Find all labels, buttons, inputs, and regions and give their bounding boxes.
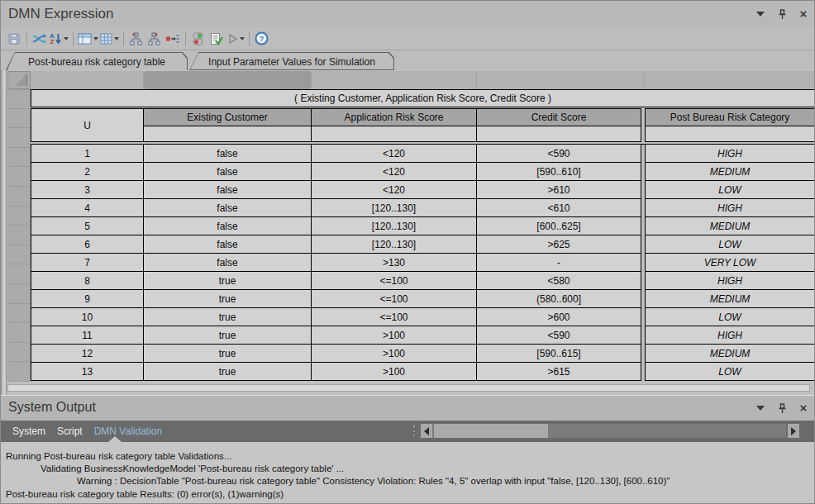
rule-input-cell[interactable]: <120 <box>312 145 477 163</box>
rule-output-cell[interactable]: LOW <box>645 181 815 199</box>
rule-input-cell[interactable]: >625 <box>477 235 641 254</box>
scrollbar-thumb[interactable] <box>434 424 548 438</box>
row-header-cell[interactable] <box>7 167 31 187</box>
column-header[interactable]: Post Bureau Risk Category <box>645 108 815 126</box>
row-header-cell[interactable] <box>7 109 31 129</box>
rule-input-cell[interactable]: [120..130] <box>312 199 477 217</box>
rule-input-cell[interactable]: <590 <box>477 145 641 163</box>
scroll-right-button[interactable] <box>788 424 799 438</box>
rule-number-cell[interactable]: 1 <box>31 145 144 163</box>
row-header-cell[interactable] <box>7 284 31 304</box>
row-header-cell[interactable] <box>7 128 31 148</box>
menu-down-icon[interactable] <box>755 8 766 20</box>
rule-input-cell[interactable]: >130 <box>312 254 477 272</box>
grid-style-button[interactable] <box>99 30 120 48</box>
scrollbar-grip[interactable] <box>413 426 416 436</box>
rule-input-cell[interactable]: <590 <box>477 326 641 345</box>
column-header[interactable]: Credit Score <box>477 108 641 126</box>
rule-input-cell[interactable]: <610 <box>477 199 641 217</box>
rule-number-cell[interactable]: 2 <box>31 163 144 181</box>
save-button[interactable] <box>5 30 23 48</box>
rule-output-cell[interactable]: MEDIUM <box>645 163 815 181</box>
row-header-cell[interactable] <box>7 187 31 207</box>
row-header-cell[interactable] <box>7 89 31 109</box>
rule-number-cell[interactable]: 11 <box>31 326 144 345</box>
rule-output-cell[interactable]: HIGH <box>645 199 815 217</box>
rule-output-cell[interactable]: HIGH <box>645 326 815 345</box>
row-header-cell[interactable] <box>7 264 31 284</box>
rule-output-cell[interactable]: MEDIUM <box>645 217 815 235</box>
rule-input-cell[interactable]: [590..610] <box>477 163 641 181</box>
row-header-cell[interactable] <box>7 362 31 382</box>
rule-input-cell[interactable]: true <box>144 272 312 290</box>
rule-number-cell[interactable]: 3 <box>31 181 144 199</box>
rule-output-cell[interactable]: VERY LOW <box>645 254 815 272</box>
allowed-values-cell[interactable] <box>312 126 477 142</box>
pin-icon[interactable] <box>776 8 788 20</box>
rule-input-cell[interactable]: false <box>144 217 312 235</box>
row-header-cell[interactable] <box>7 207 31 226</box>
rule-input-cell[interactable]: [590..615] <box>477 345 641 363</box>
rule-number-cell[interactable]: 12 <box>31 345 144 363</box>
row-header-cell[interactable] <box>7 148 31 168</box>
row-header-cell[interactable] <box>7 323 31 343</box>
rule-input-cell[interactable]: false <box>144 199 312 217</box>
rule-output-cell[interactable]: LOW <box>645 235 815 254</box>
rule-input-cell[interactable]: false <box>144 181 312 199</box>
rule-output-cell[interactable]: MEDIUM <box>645 290 815 308</box>
run-dropdown-caret[interactable] <box>240 37 245 40</box>
allowed-values-cell[interactable] <box>144 126 312 142</box>
rule-input-cell[interactable]: true <box>144 363 312 381</box>
close-icon[interactable]: × <box>798 8 809 20</box>
table-style-button[interactable] <box>77 30 99 48</box>
rule-output-cell[interactable]: MEDIUM <box>645 345 815 363</box>
row-header-cell[interactable] <box>7 245 31 265</box>
rule-input-cell[interactable]: <580 <box>477 272 641 290</box>
sort-button[interactable]: AZ <box>49 30 69 48</box>
simulation-toggle-button[interactable] <box>189 30 207 48</box>
rule-input-cell[interactable]: <120 <box>312 181 477 199</box>
rule-number-cell[interactable]: 5 <box>31 217 144 235</box>
tree-append-button[interactable] <box>127 30 145 48</box>
allowed-values-cell[interactable] <box>477 126 641 142</box>
validate-button[interactable] <box>207 30 226 48</box>
rule-output-cell[interactable]: HIGH <box>645 272 815 290</box>
rule-number-cell[interactable]: 4 <box>31 199 144 217</box>
rule-input-cell[interactable]: - <box>477 254 641 272</box>
scroll-left-button[interactable] <box>421 424 432 438</box>
hit-policy-cell[interactable]: U <box>31 108 144 142</box>
run-button[interactable] <box>226 30 245 48</box>
menu-down-icon[interactable] <box>755 402 766 414</box>
rule-input-cell[interactable]: true <box>144 308 312 326</box>
tab-post-bureau-risk-category-table[interactable]: Post-bureau risk category table <box>6 52 188 70</box>
rule-input-cell[interactable]: true <box>144 345 312 363</box>
rule-input-cell[interactable]: >100 <box>312 363 477 381</box>
table-style-caret[interactable] <box>93 37 98 40</box>
crossover-arrows-button[interactable] <box>31 30 49 48</box>
tab-input-parameter-values[interactable]: Input Parameter Values for Simulation <box>189 52 394 70</box>
rule-input-cell[interactable]: <=100 <box>312 290 477 308</box>
sheet-corner-cell[interactable] <box>7 71 31 89</box>
sort-dropdown-caret[interactable] <box>64 37 69 40</box>
row-header-cell[interactable] <box>7 304 31 324</box>
rule-number-cell[interactable]: 6 <box>31 235 144 254</box>
rule-output-cell[interactable]: HIGH <box>645 145 815 163</box>
rule-input-cell[interactable]: >600 <box>477 308 641 326</box>
grid-style-caret[interactable] <box>114 37 119 40</box>
sheet-column-headers[interactable] <box>31 71 815 89</box>
rule-input-cell[interactable]: false <box>144 235 312 254</box>
tree-insert-button[interactable] <box>145 30 164 48</box>
rule-number-cell[interactable]: 10 <box>31 308 144 326</box>
rule-input-cell[interactable]: true <box>144 290 312 308</box>
rule-input-cell[interactable]: <=100 <box>312 272 477 290</box>
output-tab-dmn-validation[interactable]: DMN Validation <box>94 426 162 437</box>
rule-input-cell[interactable]: >615 <box>477 363 641 381</box>
rule-input-cell[interactable]: false <box>144 145 312 163</box>
scrollbar-track[interactable] <box>432 424 786 438</box>
allowed-values-cell[interactable] <box>645 126 815 142</box>
rule-input-cell[interactable]: >100 <box>312 326 477 345</box>
rule-number-cell[interactable]: 13 <box>31 363 144 381</box>
row-header-cell[interactable] <box>7 226 31 245</box>
output-tab-script[interactable]: Script <box>57 426 83 437</box>
output-tab-system[interactable]: System <box>12 426 45 437</box>
